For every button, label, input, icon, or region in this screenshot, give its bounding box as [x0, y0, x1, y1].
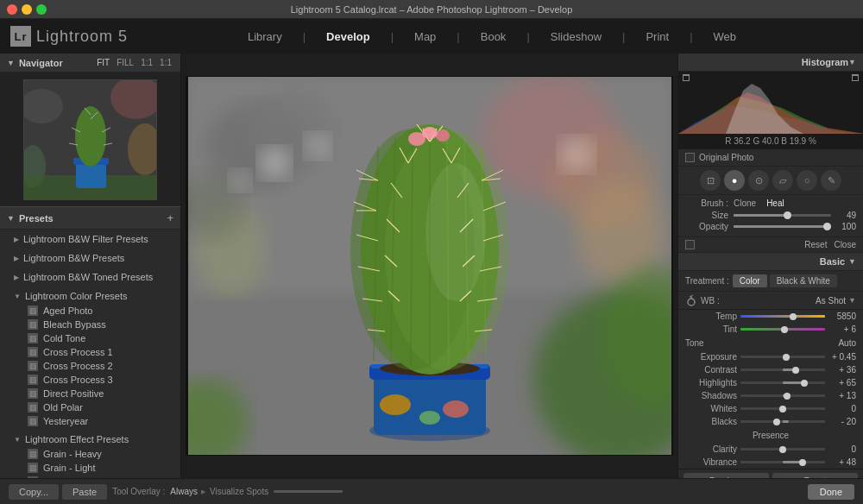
close-button[interactable] — [7, 4, 17, 15]
fit-btn-fill[interactable]: FILL — [115, 57, 135, 68]
preset-group-bwtoned-header[interactable]: ▶ Lightroom B&W Toned Presets — [0, 269, 180, 285]
basic-header[interactable]: Basic ▼ — [678, 253, 863, 271]
brush-actions: Reset Close — [678, 237, 863, 253]
nav-book[interactable]: Book — [477, 28, 510, 45]
temp-slider[interactable] — [740, 315, 825, 318]
fit-btn-fit[interactable]: FIT — [95, 57, 111, 68]
preset-icon: ▨ — [28, 476, 38, 478]
tint-thumb[interactable] — [781, 326, 788, 333]
original-photo-checkbox[interactable] — [685, 153, 695, 162]
tint-slider[interactable] — [740, 328, 825, 331]
preset-group-color-header[interactable]: ▼ Lightroom Color Presets — [0, 288, 180, 304]
wb-row: WB : As Shot ▼ — [678, 292, 863, 310]
eyedropper-icon[interactable] — [685, 294, 697, 306]
center-panel — [181, 54, 677, 478]
fit-btn-custom[interactable]: 1:1 — [158, 57, 173, 68]
vibrance-slider[interactable] — [740, 461, 825, 463]
whites-thumb[interactable] — [779, 406, 786, 413]
preset-old-polar[interactable]: ▨ Old Polar — [0, 400, 180, 414]
vibrance-thumb[interactable] — [799, 459, 806, 466]
highlights-slider[interactable] — [740, 381, 825, 384]
preset-bleach-bypass[interactable]: ▨ Bleach Bypass — [0, 318, 180, 331]
radial-filter-tool[interactable]: ○ — [797, 170, 817, 191]
preset-grain-medium[interactable]: ▨ Grain - Medium — [0, 475, 180, 478]
redeye-tool[interactable]: ⊙ — [748, 170, 769, 191]
wb-dropdown-arrow[interactable]: ▼ — [848, 296, 856, 305]
size-slider-thumb[interactable] — [784, 211, 791, 219]
histogram-area: R 36.2 G 40.0 B 19.9 % — [678, 72, 863, 149]
exposure-slider[interactable] — [740, 356, 825, 358]
blacks-thumb[interactable] — [773, 419, 780, 425]
contrast-value: + 36 — [828, 365, 856, 375]
treatment-color-btn[interactable]: Color — [733, 274, 767, 287]
visualize-label: Visualize Spots — [210, 487, 268, 496]
preset-cross-process-3[interactable]: ▨ Cross Process 3 — [0, 373, 180, 387]
nav-web[interactable]: Web — [710, 28, 740, 45]
svg-point-24 — [259, 148, 290, 179]
presets-arrow: ▼ — [7, 214, 15, 223]
preset-cross-process-2[interactable]: ▨ Cross Process 2 — [0, 359, 180, 373]
minimize-button[interactable] — [22, 4, 32, 15]
preset-group-effect-header[interactable]: ▼ Lightroom Effect Presets — [0, 432, 180, 447]
brush-clone[interactable]: Clone — [734, 198, 756, 208]
traffic-lights[interactable] — [7, 4, 47, 15]
preset-grain-heavy[interactable]: ▨ Grain - Heavy — [0, 447, 180, 461]
nav-print[interactable]: Print — [642, 28, 672, 45]
blacks-slider[interactable] — [740, 420, 825, 423]
temp-row: Temp 5850 — [678, 310, 863, 323]
wb-value[interactable]: As Shot — [816, 296, 846, 306]
done-button[interactable]: Done — [808, 484, 854, 500]
brush-heal[interactable]: Heal — [766, 198, 784, 208]
previous-button[interactable]: Previous — [683, 473, 769, 478]
shadows-thumb[interactable] — [784, 393, 791, 400]
preset-cross-process-1[interactable]: ▨ Cross Process 1 — [0, 345, 180, 359]
temp-thumb[interactable] — [790, 313, 797, 320]
vibrance-row: Vibrance + 48 — [678, 456, 863, 469]
nav-develop[interactable]: Develop — [323, 28, 374, 45]
presets-add[interactable]: + — [167, 211, 173, 224]
reset-develop-button[interactable]: Reset — [772, 473, 858, 478]
histogram-header[interactable]: Histogram ▼ — [678, 54, 863, 72]
highlights-thumb[interactable] — [801, 380, 808, 387]
whites-row: Whites 0 — [678, 402, 863, 415]
size-slider-track[interactable] — [734, 214, 831, 217]
presets-header[interactable]: ▼ Presets + — [0, 206, 180, 230]
exposure-thumb[interactable] — [783, 354, 790, 361]
tool-overlay-value[interactable]: Always — [170, 487, 198, 496]
original-photo-check[interactable]: Original Photo — [678, 149, 863, 167]
treatment-bw-btn[interactable]: Black & White — [770, 274, 837, 287]
brush-tool[interactable]: ✎ — [821, 170, 841, 191]
tone-auto[interactable]: Auto — [838, 338, 856, 348]
preset-grain-light[interactable]: ▨ Grain - Light — [0, 461, 180, 475]
nav-library[interactable]: Library — [244, 28, 286, 45]
graduated-filter-tool[interactable]: ▱ — [772, 170, 793, 191]
preset-direct-positive[interactable]: ▨ Direct Positive — [0, 387, 180, 400]
navigator-header[interactable]: ▼ Navigator FIT FILL 1:1 1:1 — [0, 54, 180, 72]
nav-slideshow[interactable]: Slideshow — [547, 28, 605, 45]
opacity-slider-track[interactable] — [734, 225, 831, 228]
opacity-slider-thumb[interactable] — [823, 223, 831, 230]
visualize-slider[interactable] — [274, 490, 343, 493]
preset-aged-photo[interactable]: ▨ Aged Photo — [0, 304, 180, 318]
preset-group-bwfilter-header[interactable]: ▶ Lightroom B&W Filter Presets — [0, 231, 180, 247]
crop-tool[interactable]: ⊡ — [700, 170, 721, 191]
contrast-slider[interactable] — [740, 369, 825, 371]
clarity-slider[interactable] — [740, 448, 825, 450]
preset-yesteryear[interactable]: ▨ Yesteryear — [0, 414, 180, 428]
presence-label: Presence — [753, 431, 789, 440]
preset-group-bwtoned: ▶ Lightroom B&W Toned Presets — [0, 268, 180, 287]
preset-cold-tone[interactable]: ▨ Cold Tone — [0, 331, 180, 345]
reset-button[interactable]: Reset — [804, 240, 827, 249]
preset-group-bw-header[interactable]: ▶ Lightroom B&W Presets — [0, 250, 180, 266]
heal-tool[interactable]: ● — [724, 170, 745, 191]
clarity-thumb[interactable] — [779, 446, 786, 453]
nav-map[interactable]: Map — [411, 28, 439, 45]
copy-button[interactable]: Copy... — [9, 484, 59, 500]
whites-slider[interactable] — [740, 407, 825, 410]
fit-btn-1to1[interactable]: 1:1 — [139, 57, 154, 68]
close-button[interactable]: Close — [834, 240, 856, 249]
maximize-button[interactable] — [36, 4, 47, 15]
shadows-slider[interactable] — [740, 394, 825, 397]
paste-button[interactable]: Paste — [62, 484, 107, 500]
contrast-thumb[interactable] — [792, 367, 799, 374]
